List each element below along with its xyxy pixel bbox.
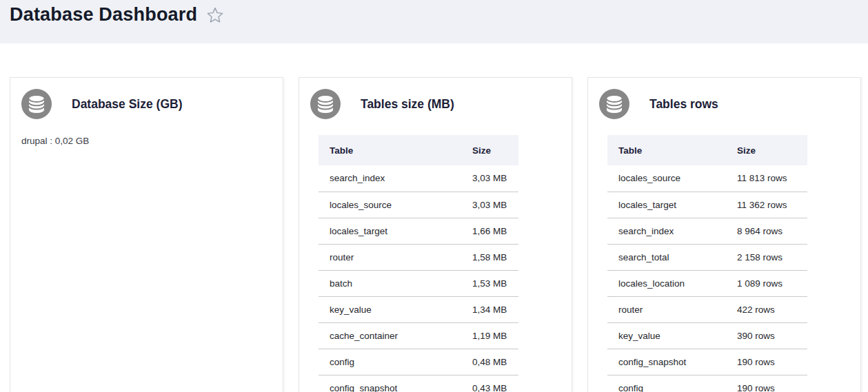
table-name-cell: config	[319, 349, 472, 375]
table-size-cell: 1,53 MB	[472, 270, 518, 296]
table-row: key_value1,34 MB	[319, 296, 518, 322]
table-row: batch1,53 MB	[319, 270, 518, 296]
topbar: Database Dashboard	[0, 0, 868, 43]
table-row: key_value390 rows	[607, 322, 807, 349]
table-name-cell: batch	[319, 270, 472, 296]
tables-size-table: Table Size search_index3,03 MB locales_s…	[319, 135, 518, 392]
table-rows-cell: 11 362 rows	[737, 192, 807, 218]
column-header-size: Size	[472, 135, 518, 165]
table-name-cell: config	[607, 375, 737, 392]
table-row: router422 rows	[607, 296, 807, 322]
table-row: locales_source11 813 rows	[607, 165, 807, 192]
table-name-cell: locales_location	[607, 270, 737, 296]
table-row: search_total2 158 rows	[607, 244, 807, 270]
table-size-cell: 1,34 MB	[472, 296, 518, 322]
card-database-size: Database Size (GB) drupal : 0,02 GB	[10, 77, 283, 392]
table-name-cell: router	[607, 296, 737, 322]
tables-rows-table: Table Size locales_source11 813 rows loc…	[607, 135, 807, 392]
table-size-cell: 3,03 MB	[472, 192, 518, 218]
table-row: router1,58 MB	[319, 244, 518, 270]
column-header-size: Size	[737, 135, 807, 165]
page-title: Database Dashboard	[10, 1, 197, 28]
table-header-row: Table Size	[607, 135, 807, 165]
table-size-cell: 1,66 MB	[472, 218, 518, 244]
dashboard-content: Database Size (GB) drupal : 0,02 GB Tabl…	[0, 43, 868, 392]
table-name-cell: router	[319, 244, 472, 270]
database-icon	[599, 89, 629, 119]
favorite-star-icon[interactable]	[206, 6, 224, 24]
table-size-cell: 1,58 MB	[472, 244, 518, 270]
table-row: config190 rows	[607, 375, 807, 392]
table-rows-cell: 8 964 rows	[737, 218, 807, 244]
table-row: locales_source3,03 MB	[319, 192, 518, 218]
table-name-cell: locales_source	[319, 192, 472, 218]
database-size-value: drupal : 0,02 GB	[21, 136, 283, 146]
table-name-cell: config_snapshot	[607, 349, 737, 375]
card-title: Database Size (GB)	[72, 97, 182, 112]
column-header-table: Table	[319, 135, 472, 165]
database-icon	[21, 89, 52, 119]
table-name-cell: cache_container	[319, 322, 472, 349]
table-rows-cell: 1 089 rows	[737, 270, 807, 296]
table-size-cell: 3,03 MB	[472, 165, 518, 192]
table-rows-cell: 390 rows	[737, 322, 807, 349]
table-size-cell: 0,48 MB	[472, 349, 518, 375]
table-rows-cell: 2 158 rows	[737, 244, 807, 270]
table-name-cell: search_index	[319, 165, 472, 192]
card-database-size-header: Database Size (GB)	[10, 78, 283, 119]
table-row: locales_target11 362 rows	[607, 192, 807, 218]
table-header-row: Table Size	[319, 135, 518, 165]
table-rows-cell: 190 rows	[737, 349, 807, 375]
card-tables-size-header: Tables size (MB)	[299, 78, 572, 119]
table-row: config0,48 MB	[319, 349, 518, 375]
table-row: locales_target1,66 MB	[319, 218, 518, 244]
table-row: search_index8 964 rows	[607, 218, 807, 244]
table-row: locales_location1 089 rows	[607, 270, 807, 296]
table-name-cell: locales_source	[607, 165, 737, 192]
card-title: Tables size (MB)	[361, 97, 454, 112]
table-name-cell: search_total	[607, 244, 737, 270]
table-rows-cell: 11 813 rows	[737, 165, 807, 192]
table-rows-cell: 422 rows	[737, 296, 807, 322]
table-size-cell: 0,43 MB	[472, 375, 518, 392]
card-tables-size: Tables size (MB) Table Size search_index…	[299, 77, 572, 392]
table-row: search_index3,03 MB	[319, 165, 518, 192]
table-row: cache_container1,19 MB	[319, 322, 518, 349]
table-row: config_snapshot0,43 MB	[319, 375, 518, 392]
database-icon	[310, 89, 341, 119]
table-size-cell: 1,19 MB	[472, 322, 518, 349]
table-name-cell: key_value	[607, 322, 737, 349]
card-tables-rows-header: Tables rows	[588, 78, 860, 119]
card-title: Tables rows	[649, 97, 718, 112]
table-name-cell: search_index	[607, 218, 737, 244]
table-name-cell: locales_target	[607, 192, 737, 218]
card-tables-rows: Tables rows Table Size locales_source11 …	[587, 77, 861, 392]
table-rows-cell: 190 rows	[737, 375, 807, 392]
table-name-cell: locales_target	[319, 218, 472, 244]
column-header-table: Table	[607, 135, 737, 165]
table-name-cell: key_value	[319, 296, 472, 322]
table-row: config_snapshot190 rows	[607, 349, 807, 375]
table-name-cell: config_snapshot	[319, 375, 472, 392]
